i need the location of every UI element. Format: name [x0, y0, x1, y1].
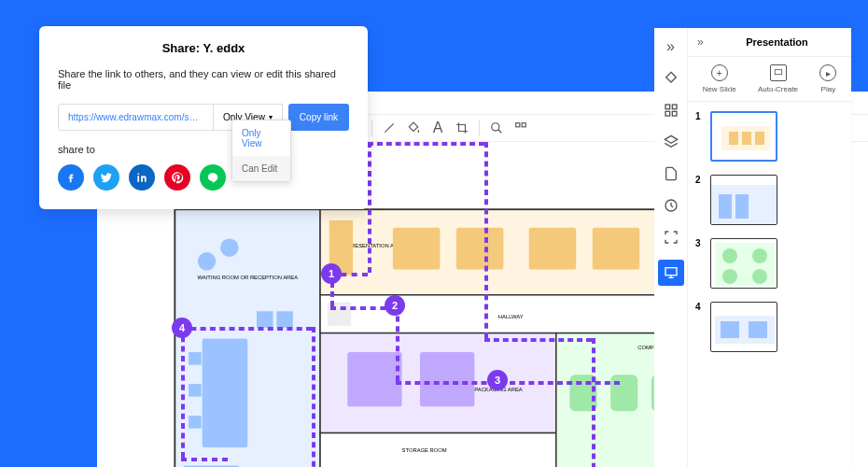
path-badge-2: 2: [385, 295, 405, 316]
rail-collapse-icon[interactable]: »: [662, 37, 680, 56]
share-dialog: Share: Y. eddx Share the link to others,…: [39, 26, 368, 209]
slide-item[interactable]: 4: [695, 302, 844, 352]
crop-icon[interactable]: [455, 120, 469, 135]
facebook-icon[interactable]: [58, 164, 84, 191]
pinterest-icon[interactable]: [164, 164, 190, 191]
rail-fullscreen-icon[interactable]: [662, 228, 680, 247]
rail-grid-icon[interactable]: [662, 101, 680, 120]
path-badge-1: 1: [321, 263, 342, 284]
new-slide-button[interactable]: + New Slide: [703, 64, 736, 93]
svg-rect-9: [516, 123, 520, 127]
play-button[interactable]: ▸ Play: [819, 64, 836, 93]
svg-rect-53: [719, 194, 732, 219]
right-icon-rail: »: [654, 28, 688, 467]
svg-point-7: [492, 123, 499, 131]
slide-item[interactable]: 1: [695, 111, 844, 162]
svg-rect-51: [755, 132, 764, 145]
permission-option-view[interactable]: Only View: [232, 120, 290, 156]
svg-rect-16: [189, 352, 202, 365]
play-icon: ▸: [819, 64, 836, 81]
twitter-icon[interactable]: [93, 164, 119, 191]
slide-thumbnail[interactable]: [710, 111, 777, 162]
room-label-reception: WAITING ROOM OR RECEPTION AREA: [197, 275, 298, 280]
svg-rect-18: [189, 416, 202, 429]
board-icon: [770, 64, 787, 81]
room-label-hallway: HALLWAY: [498, 314, 524, 319]
svg-rect-31: [347, 352, 401, 406]
svg-rect-50: [742, 132, 751, 145]
room-label-storage: STORAGE ROOM: [402, 447, 447, 453]
svg-rect-61: [721, 321, 739, 338]
svg-marker-42: [665, 135, 677, 143]
slide-item[interactable]: 2: [695, 175, 844, 225]
share-to-label: share to: [58, 144, 349, 155]
svg-point-14: [220, 239, 238, 257]
auto-create-button[interactable]: Auto-Create: [758, 64, 798, 93]
line-color-icon[interactable]: [382, 120, 397, 135]
svg-point-59: [752, 269, 767, 284]
svg-point-58: [722, 269, 737, 284]
share-url-input[interactable]: https://www.edrawmax.com/server..: [58, 104, 214, 131]
svg-rect-26: [529, 228, 577, 270]
svg-rect-17: [189, 384, 202, 397]
svg-rect-39: [672, 105, 677, 109]
linkedin-icon[interactable]: [129, 164, 155, 191]
svg-rect-15: [203, 338, 248, 447]
svg-rect-40: [665, 111, 670, 116]
rail-history-icon[interactable]: [662, 196, 680, 215]
share-title: Share: Y. eddx: [58, 41, 349, 55]
slide-thumbnail[interactable]: [710, 302, 777, 352]
path-badge-3: 3: [487, 370, 508, 390]
search-icon[interactable]: [489, 120, 504, 135]
svg-rect-62: [749, 321, 767, 338]
share-description: Share the link to others, and they can v…: [58, 68, 349, 91]
rail-presentation-icon[interactable]: [658, 260, 684, 286]
svg-rect-10: [522, 123, 525, 127]
permission-dropdown-menu: Only View Can Edit: [231, 120, 291, 182]
fill-icon[interactable]: [406, 120, 421, 135]
svg-rect-49: [729, 132, 738, 145]
presentation-panel: » Presentation + New Slide Auto-Create ▸…: [688, 28, 851, 467]
plus-icon: +: [711, 64, 728, 81]
svg-point-57: [752, 248, 767, 263]
svg-rect-24: [393, 228, 441, 270]
text-color-icon[interactable]: A: [430, 120, 445, 135]
svg-rect-32: [420, 352, 474, 406]
svg-rect-54: [735, 194, 749, 219]
svg-line-8: [498, 130, 502, 134]
svg-rect-38: [665, 105, 670, 109]
svg-point-56: [722, 248, 737, 263]
slides-list: 1 2 3 4: [688, 102, 851, 467]
rail-fill-icon[interactable]: [662, 69, 680, 88]
permission-option-edit[interactable]: Can Edit: [232, 156, 290, 181]
svg-rect-47: [775, 70, 782, 75]
svg-rect-19: [257, 311, 273, 328]
presentation-title: Presentation: [712, 36, 842, 48]
path-badge-4: 4: [172, 318, 192, 338]
grid-icon[interactable]: [513, 120, 528, 135]
svg-rect-44: [665, 268, 677, 276]
svg-rect-20: [276, 311, 293, 328]
rail-layers-icon[interactable]: [662, 133, 680, 151]
svg-rect-25: [456, 228, 504, 270]
slide-thumbnail[interactable]: [710, 238, 777, 289]
copy-link-button[interactable]: Copy link: [288, 104, 349, 131]
svg-point-13: [198, 252, 216, 270]
svg-rect-41: [672, 111, 677, 116]
panel-collapse-icon[interactable]: »: [697, 35, 712, 49]
line-icon[interactable]: [200, 164, 226, 191]
svg-rect-27: [593, 228, 640, 270]
slide-thumbnail[interactable]: [710, 175, 777, 225]
rail-page-icon[interactable]: [662, 164, 680, 183]
slide-item[interactable]: 3: [695, 238, 844, 289]
